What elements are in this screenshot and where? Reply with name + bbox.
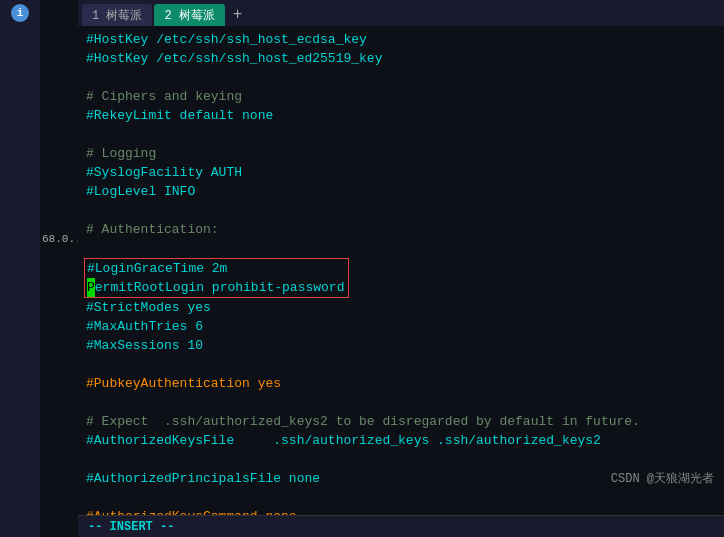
code-line-18 — [86, 355, 724, 374]
code-line-7: # Logging — [86, 144, 724, 163]
code-line-12 — [86, 239, 724, 258]
insert-mode-label: -- INSERT -- — [88, 520, 174, 534]
code-line-8: #SyslogFacility AUTH — [86, 163, 724, 182]
left-panel: 68.0.... — [40, 0, 78, 537]
code-line-10 — [86, 201, 724, 220]
highlight-region: #LoginGraceTime 2m PermitRootLogin prohi… — [84, 258, 349, 298]
info-icon[interactable]: i — [11, 4, 29, 22]
code-line-11: # Authentication: — [86, 220, 724, 239]
code-area[interactable]: #HostKey /etc/ssh/ssh_host_ecdsa_key #Ho… — [78, 26, 724, 515]
code-line-4: # Ciphers and keying — [86, 87, 724, 106]
tab-1[interactable]: 1 树莓派 — [82, 4, 152, 26]
code-line-14: PermitRootLogin prohibit-password — [87, 278, 344, 297]
cursor: P — [87, 278, 95, 297]
tab-add-button[interactable]: + — [227, 6, 249, 24]
sidebar: i — [0, 0, 40, 537]
watermark: CSDN @天狼湖光者 — [611, 470, 714, 487]
editor-container: i 68.0.... 1 树莓派 2 树莓派 + #HostKey /etc/s… — [0, 0, 724, 537]
code-line-5: #RekeyLimit default none — [86, 106, 724, 125]
main-area: 1 树莓派 2 树莓派 + #HostKey /etc/ssh/ssh_host… — [78, 0, 724, 537]
code-line-22: #AuthorizedKeysFile .ssh/authorized_keys… — [86, 431, 724, 450]
code-line-13: #LoginGraceTime 2m — [87, 259, 344, 278]
code-line-25 — [86, 488, 724, 507]
code-line-19: #PubkeyAuthentication yes — [86, 374, 724, 393]
tab-2[interactable]: 2 树莓派 — [154, 4, 224, 26]
tabs-bar: 1 树莓派 2 树莓派 + — [78, 0, 724, 26]
code-line-3 — [86, 68, 724, 87]
code-line-15: #StrictModes yes — [86, 298, 724, 317]
code-line-23 — [86, 450, 724, 469]
code-line-16: #MaxAuthTries 6 — [86, 317, 724, 336]
code-line-1: #HostKey /etc/ssh/ssh_host_ecdsa_key — [86, 30, 724, 49]
code-line-26: #AuthorizedKeysCommand none — [86, 507, 724, 515]
code-line-21: # Expect .ssh/authorized_keys2 to be dis… — [86, 412, 724, 431]
code-line-9: #LogLevel INFO — [86, 182, 724, 201]
code-line-2: #HostKey /etc/ssh/ssh_host_ed25519_key — [86, 49, 724, 68]
code-line-6 — [86, 125, 724, 144]
code-line-17: #MaxSessions 10 — [86, 336, 724, 355]
code-line-20 — [86, 393, 724, 412]
status-bar: -- INSERT -- — [78, 515, 724, 537]
